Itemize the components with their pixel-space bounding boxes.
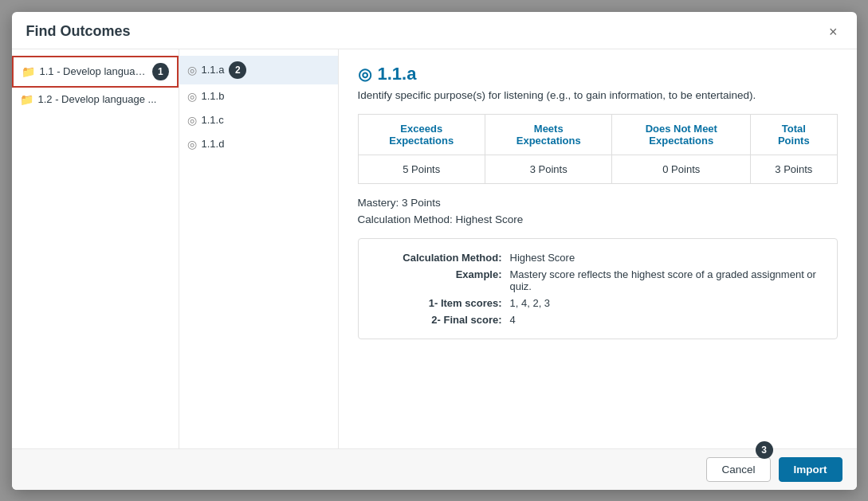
outcome-item-label-1.1.b: 1.1.b: [202, 90, 225, 102]
info-row-calc-method: Calculation Method: Highest Score: [375, 252, 821, 264]
outcome-icon-a: ◎: [187, 64, 197, 76]
folder-item-label-1.2: 1.2 - Develop language ...: [38, 93, 157, 105]
rubric-col-does-not-meet: Does Not Meet Expectations: [612, 114, 751, 155]
mastery-text: Mastery: 3 Points: [358, 197, 838, 209]
info-label-example: Example:: [375, 268, 502, 292]
info-value-example: Mastery score reflects the highest score…: [510, 268, 821, 292]
callout-badge-2: 2: [229, 61, 246, 79]
modal-header: Find Outcomes ×: [12, 12, 857, 49]
right-pane: ◎ 1.1.a Identify specific purpose(s) for…: [339, 49, 857, 448]
info-row-example: Example: Mastery score reflects the high…: [375, 268, 821, 292]
outcome-description: Identify specific purpose(s) for listeni…: [358, 89, 838, 101]
info-box: Calculation Method: Highest Score Exampl…: [358, 238, 838, 339]
mid-pane: ◎ 1.1.a 2 ◎ 1.1.b ◎ 1.1.c ◎ 1.1.d: [179, 49, 339, 448]
outcome-title: ◎ 1.1.a: [358, 64, 838, 84]
outcome-item-1.1.a[interactable]: ◎ 1.1.a 2: [179, 56, 338, 84]
info-row-final-score: 2- Final score: 4: [375, 314, 821, 326]
outcome-title-icon: ◎: [358, 65, 371, 84]
modal-body: 📁 1.1 - Develop language ... 1 📁 1.2 - D…: [12, 49, 857, 448]
callout-badge-3: 3: [756, 441, 773, 459]
rubric-cell-meets: 3 Points: [485, 155, 611, 183]
modal-overlay: Find Outcomes × 📁 1.1 - Develop language…: [0, 0, 868, 501]
find-outcomes-modal: Find Outcomes × 📁 1.1 - Develop language…: [12, 12, 857, 490]
cancel-button[interactable]: Cancel: [706, 457, 770, 482]
outcome-item-label-1.1.d: 1.1.d: [202, 138, 225, 150]
folder-item-label-1.1: 1.1 - Develop language ...: [40, 65, 148, 77]
folder-icon: 📁: [22, 65, 35, 78]
rubric-cell-exceeds: 5 Points: [358, 155, 485, 183]
rubric-table: Exceeds Expectations Meets Expectations …: [358, 114, 838, 184]
info-value-item-scores: 1, 4, 2, 3: [510, 297, 551, 309]
rubric-cell-total: 3 Points: [751, 155, 837, 183]
outcome-item-1.1.b[interactable]: ◎ 1.1.b: [179, 84, 338, 108]
close-button[interactable]: ×: [824, 23, 842, 41]
outcome-item-1.1.d[interactable]: ◎ 1.1.d: [179, 132, 338, 156]
modal-title: Find Outcomes: [26, 23, 131, 40]
calc-method-text: Calculation Method: Highest Score: [358, 213, 838, 225]
rubric-col-exceeds: Exceeds Expectations: [358, 114, 485, 155]
info-label-item-scores: 1- Item scores:: [375, 297, 502, 309]
outcome-title-text: 1.1.a: [378, 64, 417, 84]
outcome-item-1.1.c[interactable]: ◎ 1.1.c: [179, 108, 338, 132]
rubric-col-meets: Meets Expectations: [485, 114, 611, 155]
outcome-icon-b: ◎: [187, 90, 197, 103]
info-label-final-score: 2- Final score:: [375, 314, 502, 326]
rubric-cell-does-not-meet: 0 Points: [612, 155, 751, 183]
info-row-item-scores: 1- Item scores: 1, 4, 2, 3: [375, 297, 821, 309]
outcome-icon-c: ◎: [187, 114, 197, 127]
left-pane: 📁 1.1 - Develop language ... 1 📁 1.2 - D…: [12, 49, 179, 448]
rubric-col-total: Total Points: [751, 114, 837, 155]
folder-item-1.2[interactable]: 📁 1.2 - Develop language ...: [12, 88, 179, 112]
outcome-icon-d: ◎: [187, 138, 197, 151]
info-value-calc: Highest Score: [510, 252, 575, 264]
folder-icon-2: 📁: [20, 93, 33, 106]
info-label-calc: Calculation Method:: [375, 252, 502, 264]
modal-footer: 3 Cancel Import: [12, 448, 857, 490]
outcome-item-label-1.1.c: 1.1.c: [202, 114, 224, 126]
folder-item-1.1[interactable]: 📁 1.1 - Develop language ... 1: [12, 56, 179, 88]
info-value-final-score: 4: [510, 314, 516, 326]
import-button[interactable]: Import: [779, 457, 842, 482]
callout-badge-1: 1: [152, 63, 168, 80]
outcome-item-label-1.1.a: 1.1.a: [202, 64, 225, 76]
